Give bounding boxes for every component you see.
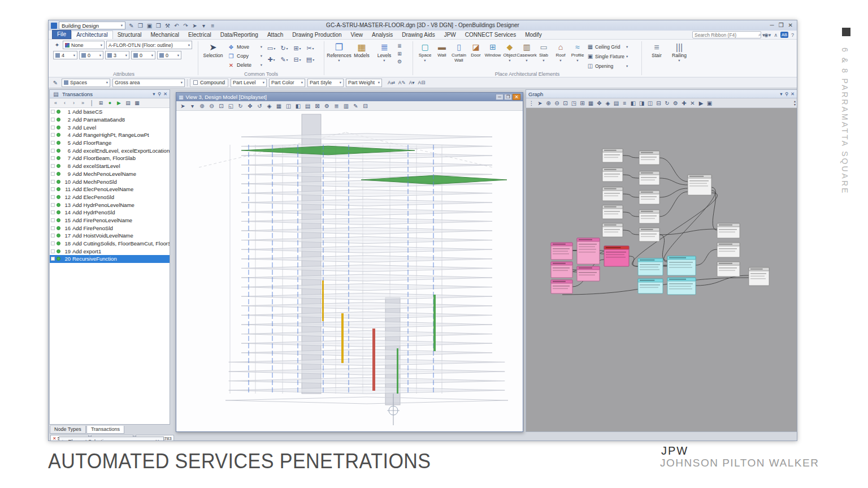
ribbon-search[interactable]: ⌕ ▾	[692, 31, 761, 38]
clip-mask-icon[interactable]: ◫	[284, 102, 293, 110]
attributes-lock-icon[interactable]: ✦	[53, 42, 61, 48]
attribute-value-select[interactable]: 0▾	[79, 51, 103, 59]
divider[interactable]: │	[88, 99, 96, 107]
pen-icon[interactable]: ✎	[51, 80, 59, 86]
chevron-down-icon[interactable]: ▾	[153, 91, 155, 97]
copy-button[interactable]: ❐Copy▾	[227, 51, 262, 61]
ribbon-tab[interactable]: Drawing Production	[288, 31, 346, 39]
references-button[interactable]: ❐References▾	[328, 41, 350, 70]
place-wall-button[interactable]: ▬Wall▾	[433, 41, 450, 70]
clear-icon[interactable]: ✕	[53, 436, 57, 441]
graph-distribute-icon[interactable]: ◫	[646, 99, 654, 107]
ribbon-tab[interactable]: View	[346, 31, 368, 39]
part-select[interactable]: Part Level▾	[231, 79, 267, 87]
transaction-row[interactable]: 19Add export1	[50, 247, 170, 255]
transaction-row[interactable]: 5Add FloorRange	[50, 139, 170, 147]
trim-tool-icon[interactable]: ✂▾	[304, 43, 316, 54]
spaces-select[interactable]: Spaces▾	[62, 79, 110, 87]
compound-checkbox[interactable]	[193, 80, 198, 85]
compound-toggle[interactable]: Compound	[190, 79, 228, 87]
transaction-row[interactable]: 17Add HoistVoidLevelName	[50, 232, 170, 240]
expander-icon[interactable]	[51, 210, 55, 214]
expander-icon[interactable]	[51, 172, 55, 176]
graph-node-delete-icon[interactable]: ✕	[688, 99, 697, 107]
ribbon-tab[interactable]: Electrical	[184, 31, 216, 39]
transaction-row[interactable]: 13Add HydrPenoLevelName	[50, 201, 170, 209]
modify-tool-icon[interactable]: ✎▾	[278, 54, 290, 65]
transaction-row[interactable]: 7Add FloorBeam, FloorSlab	[50, 154, 170, 162]
view-previous-icon[interactable]: ↺	[255, 102, 264, 110]
ribbon-tab[interactable]: Mechanical	[146, 31, 184, 39]
expander-icon[interactable]	[51, 249, 55, 253]
minimize-button[interactable]: ─	[770, 21, 774, 30]
attribute-value-select[interactable]: 0▾	[131, 51, 155, 59]
transaction-row[interactable]: 6Add excelEndLevel, excelExportLocation,…	[50, 146, 170, 154]
fit-view-icon[interactable]: ◱	[226, 102, 236, 110]
place-profile-button[interactable]: ≈Profile▾	[569, 41, 586, 70]
graph-pan-icon[interactable]: ✥	[595, 99, 604, 107]
minimize-icon[interactable]: ─	[146, 439, 153, 442]
render-mode-icon[interactable]: ◧	[293, 102, 303, 110]
place-casework-button[interactable]: ▥Casework▾	[518, 41, 535, 70]
transaction-row[interactable]: 15Add FirePenoLevelName	[50, 217, 170, 224]
part-select[interactable]: Part Style▾	[307, 79, 344, 87]
chevron-down-icon[interactable]: ▾	[780, 91, 782, 97]
single-fixture-button[interactable]: ▣Single Fixture▾	[586, 52, 629, 61]
view-restore-button[interactable]: ❐	[504, 94, 512, 100]
view-select-icon[interactable]: ➤	[178, 102, 188, 110]
close-icon[interactable]: ✕	[791, 91, 795, 97]
ribbon-tab[interactable]: Architectural	[71, 31, 113, 39]
graph-align-right-icon[interactable]: ◨	[637, 99, 646, 107]
transaction-row[interactable]: 20RecursiveFunction	[50, 255, 170, 263]
transaction-row[interactable]: 18Add CuttingSolids, FloorBeamCut, Floor…	[50, 240, 170, 248]
level-settings-icon[interactable]: ⚙	[396, 59, 403, 66]
workflow-select[interactable]: Building Design ▾	[59, 21, 125, 29]
ceiling-grid-button[interactable]: ▦Ceiling Grid▾	[586, 42, 629, 51]
transaction-row[interactable]: 16Add FirePenoSld	[50, 224, 170, 232]
expander-icon[interactable]	[51, 110, 55, 114]
break-tool-icon[interactable]: ⊟▾	[291, 54, 303, 65]
graph-select-icon[interactable]: ➤	[536, 99, 544, 107]
expander-icon[interactable]	[51, 156, 55, 160]
transaction-row[interactable]: 3Add Level	[50, 123, 170, 131]
redo-icon[interactable]: ↷	[181, 21, 190, 29]
user-icon[interactable]: ◉▾	[764, 32, 771, 38]
pin-icon[interactable]: ⚲	[785, 91, 788, 97]
level-display-icon[interactable]: ≣	[332, 102, 341, 110]
save-icon[interactable]: ▣	[145, 21, 154, 29]
transaction-row[interactable]: 9Add MechPenoLevelName	[50, 170, 170, 178]
graph-group-icon[interactable]: ⊟	[654, 99, 663, 107]
stack-icon[interactable]: ▤	[124, 99, 132, 107]
undo-icon[interactable]: ↶	[172, 21, 181, 29]
grid-view-icon[interactable]: ▦	[133, 99, 141, 107]
zoom-in-icon[interactable]: ⊕	[197, 102, 207, 110]
models-button[interactable]: ▦Models▾	[350, 41, 373, 70]
send-icon[interactable]: ➤	[190, 21, 199, 29]
place-door-button[interactable]: ◪Door▾	[467, 41, 484, 70]
markup-icon[interactable]: ✎	[351, 102, 361, 110]
graph-pause-icon[interactable]: ▣	[705, 99, 714, 107]
part-select[interactable]: Part Weight▾	[346, 79, 382, 87]
graph-zoom-window-icon[interactable]: ⊡	[561, 99, 570, 107]
close-icon[interactable]: ✕	[163, 91, 167, 97]
match-attributes-icon[interactable]: A⇄	[387, 80, 396, 85]
view3-canvas[interactable]	[176, 111, 523, 431]
pan-view-icon[interactable]: ✥	[245, 102, 255, 110]
graph-settings-icon[interactable]: ⚙	[671, 99, 680, 107]
ribbon-tab[interactable]: Structural	[113, 31, 146, 39]
graph-grid-icon[interactable]: ▦	[587, 99, 595, 107]
expander-icon[interactable]	[51, 257, 55, 261]
close-icon[interactable]: ✕	[153, 439, 161, 442]
ribbon-tab[interactable]: Analysis	[367, 31, 397, 39]
levels-button[interactable]: ≣Levels▾	[373, 41, 396, 70]
graph-monitor-icon[interactable]: ◈	[604, 99, 612, 107]
close-button[interactable]: ✕	[788, 21, 793, 30]
active-level-select[interactable]: A-FLOR-OTLN (Floor: outline)▾	[106, 41, 192, 49]
transaction-row[interactable]: 1Add baseCS	[50, 108, 170, 116]
saved-views-icon[interactable]: ▤	[303, 102, 313, 110]
go-back-icon[interactable]: ‹	[60, 99, 69, 107]
level-manager-icon[interactable]: ⊞	[396, 51, 403, 58]
go-forward-icon[interactable]: ›	[70, 99, 78, 107]
window-area-icon[interactable]: ⊡	[216, 102, 226, 110]
walk-icon[interactable]: ◈	[264, 102, 274, 110]
